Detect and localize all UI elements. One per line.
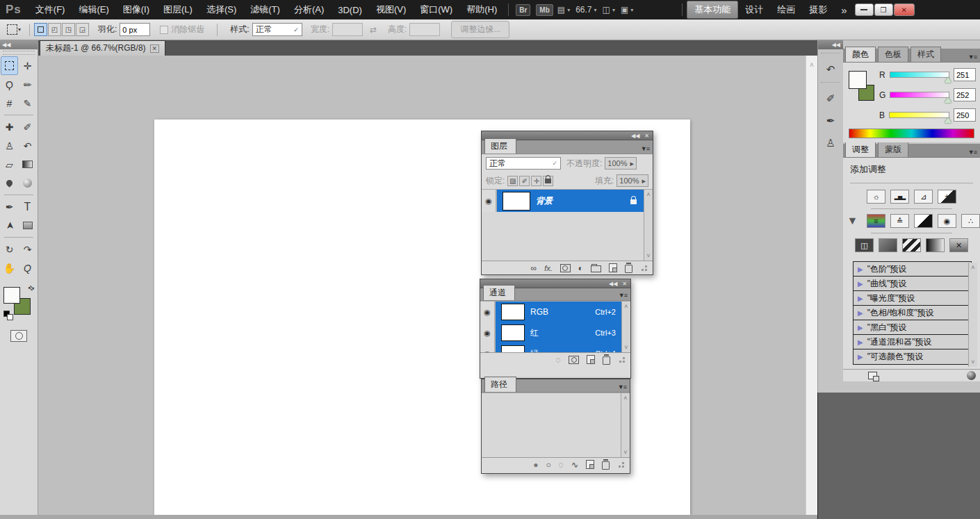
scroll-up-icon[interactable]: ˄ bbox=[624, 303, 628, 310]
channel-mixer-icon[interactable]: ∴ bbox=[961, 214, 980, 228]
selective-color-icon[interactable]: ✕ bbox=[949, 238, 968, 252]
panel-menu-icon[interactable]: ▼≡ bbox=[968, 53, 980, 62]
green-slider[interactable] bbox=[890, 92, 949, 98]
pen-tool[interactable]: ✒ bbox=[1, 197, 18, 216]
scroll-down-icon[interactable]: ˅ bbox=[971, 359, 974, 365]
close-button[interactable]: ✕ bbox=[894, 3, 915, 16]
expand-triangle-icon[interactable]: ▶ bbox=[858, 280, 863, 288]
scroll-down-icon[interactable]: ˅ bbox=[623, 449, 627, 456]
photo-filter-icon[interactable]: ◉ bbox=[938, 214, 956, 228]
preset-levels[interactable]: ▶"色阶"预设 bbox=[854, 262, 971, 277]
menu-edit[interactable]: 编辑(E) bbox=[72, 3, 115, 16]
resize-grip[interactable] bbox=[642, 265, 647, 271]
dock-collapse-button[interactable]: ◀◀ bbox=[818, 40, 843, 49]
collapse-icon[interactable]: ◀◀ bbox=[631, 133, 639, 139]
new-adjustment-layer-icon[interactable]: ◐ bbox=[578, 263, 583, 273]
scroll-down-icon[interactable]: ˅ bbox=[624, 344, 628, 351]
expand-triangle-icon[interactable]: ▶ bbox=[858, 338, 863, 346]
panel-menu-icon[interactable]: ▼≡ bbox=[968, 149, 980, 157]
channel-row-rgb[interactable]: ◉ RGB Ctrl+2 bbox=[480, 302, 621, 322]
healing-brush-tool[interactable]: ✚ bbox=[1, 117, 18, 136]
blend-mode-select[interactable]: 正常 ✓ bbox=[486, 157, 561, 170]
launch-mini-bridge-button[interactable]: Mb bbox=[536, 4, 553, 16]
scroll-up-icon[interactable]: ˄ bbox=[971, 264, 974, 271]
workspace-overflow-chevron[interactable]: » bbox=[834, 2, 854, 18]
style-select[interactable]: 正常 ✓ bbox=[252, 23, 302, 36]
antialias-checkbox[interactable] bbox=[160, 26, 168, 34]
eyedropper-tool[interactable]: ✎ bbox=[19, 94, 36, 113]
expand-triangle-icon[interactable]: ▶ bbox=[858, 353, 863, 361]
channel-visibility-eye-icon[interactable]: ◉ bbox=[480, 322, 496, 343]
menu-filter[interactable]: 滤镜(T) bbox=[243, 3, 287, 16]
zoom-level-value[interactable]: 66.7 bbox=[575, 5, 591, 15]
tab-channels[interactable]: 通道 bbox=[483, 285, 515, 300]
resize-grip[interactable] bbox=[619, 357, 625, 363]
menu-analysis[interactable]: 分析(A) bbox=[287, 3, 331, 16]
tool-presets-panel-icon[interactable]: ✒ bbox=[821, 112, 840, 130]
green-value-input[interactable] bbox=[954, 88, 976, 101]
layer-style-fx-icon[interactable]: fx. bbox=[544, 264, 553, 272]
curves-icon[interactable]: ⊿ bbox=[914, 190, 933, 204]
refine-edge-button[interactable]: 调整边缘... bbox=[451, 21, 509, 38]
tab-masks[interactable]: 蒙版 bbox=[878, 142, 908, 157]
panel-menu-icon[interactable]: ▼≡ bbox=[641, 145, 653, 154]
tab-adjustments[interactable]: 调整 bbox=[845, 142, 876, 157]
blue-value-input[interactable] bbox=[954, 108, 976, 122]
clone-source-panel-icon[interactable]: ♙ bbox=[821, 134, 840, 152]
close-icon[interactable]: ✕ bbox=[622, 281, 627, 287]
width-input[interactable] bbox=[332, 23, 363, 36]
workspace-design[interactable]: 设计 bbox=[738, 1, 770, 18]
workspace-painting[interactable]: 绘画 bbox=[770, 1, 802, 18]
brush-panel-icon[interactable]: ✐ bbox=[821, 90, 840, 108]
hue-saturation-icon[interactable]: ≡ bbox=[867, 214, 885, 228]
selection-mode-add-button[interactable]: ◰ bbox=[48, 23, 61, 36]
feather-input[interactable] bbox=[120, 23, 150, 36]
panel-menu-icon[interactable]: ▼≡ bbox=[618, 384, 630, 392]
load-channel-selection-icon[interactable]: ◌ bbox=[556, 355, 561, 365]
panel-menu-icon[interactable]: ▼≡ bbox=[619, 292, 630, 300]
menu-layer[interactable]: 图层(L) bbox=[156, 3, 199, 16]
gradient-map-icon[interactable] bbox=[926, 238, 945, 252]
scroll-up-icon[interactable]: ˄ bbox=[806, 61, 817, 69]
layer-thumbnail[interactable] bbox=[503, 192, 530, 211]
add-layer-mask-icon[interactable] bbox=[560, 264, 571, 272]
preset-selective-color[interactable]: ▶"可选颜色"预设 bbox=[854, 349, 971, 364]
vibrance-icon[interactable]: ▼ bbox=[843, 214, 862, 228]
color-spectrum-ramp[interactable] bbox=[849, 129, 974, 138]
preset-exposure[interactable]: ▶"曝光度"预设 bbox=[854, 291, 971, 306]
3d-rotate-tool[interactable]: ↻ bbox=[1, 240, 18, 258]
green-slider-thumb[interactable] bbox=[945, 97, 952, 103]
restore-button[interactable]: ❐ bbox=[874, 3, 893, 16]
exposure-icon[interactable]: ± bbox=[938, 190, 956, 204]
threshold-icon[interactable] bbox=[902, 238, 921, 252]
layer-name[interactable]: 背景 bbox=[536, 195, 553, 207]
screen-mode-icon[interactable]: ▣ bbox=[621, 5, 628, 15]
new-layer-icon[interactable] bbox=[609, 263, 617, 272]
menu-help[interactable]: 帮助(H) bbox=[459, 3, 504, 16]
layer-visibility-eye-icon[interactable]: ◉ bbox=[482, 190, 497, 212]
document-tab[interactable]: 未标题-1 @ 66.7%(RGB/8) ✕ bbox=[40, 40, 165, 56]
delete-layer-icon[interactable] bbox=[625, 265, 632, 273]
arrange-documents-icon[interactable]: ◫ bbox=[603, 5, 610, 15]
screen-mode-dropdown-icon[interactable]: ▾ bbox=[630, 7, 633, 13]
launch-bridge-button[interactable]: Br bbox=[516, 4, 530, 16]
menu-3d[interactable]: 3D(D) bbox=[331, 5, 369, 15]
tab-layers[interactable]: 图层 bbox=[484, 138, 516, 154]
view-extras-icon[interactable]: ▤ bbox=[557, 5, 565, 15]
rectangular-marquee-tool[interactable] bbox=[1, 56, 18, 75]
save-selection-as-channel-icon[interactable] bbox=[569, 356, 579, 364]
lock-all-icon[interactable] bbox=[543, 176, 553, 186]
tab-color[interactable]: 颜色 bbox=[845, 47, 876, 62]
red-slider[interactable] bbox=[890, 72, 949, 78]
type-tool[interactable]: T bbox=[19, 197, 36, 216]
menu-view[interactable]: 视图(V) bbox=[369, 3, 413, 16]
foreground-color-swatch[interactable] bbox=[849, 71, 867, 89]
tab-paths[interactable]: 路径 bbox=[484, 377, 516, 392]
brightness-contrast-icon[interactable]: ☼ bbox=[867, 190, 885, 204]
dodge-tool[interactable] bbox=[19, 174, 36, 192]
default-colors-icon[interactable] bbox=[3, 311, 10, 317]
expand-triangle-icon[interactable]: ▶ bbox=[858, 309, 863, 317]
toolbox-collapse-button[interactable]: ◀◀ bbox=[0, 40, 38, 49]
view-extras-dropdown-icon[interactable]: ▾ bbox=[567, 7, 570, 13]
channel-row-red[interactable]: ◉ 红 Ctrl+3 bbox=[480, 322, 621, 343]
